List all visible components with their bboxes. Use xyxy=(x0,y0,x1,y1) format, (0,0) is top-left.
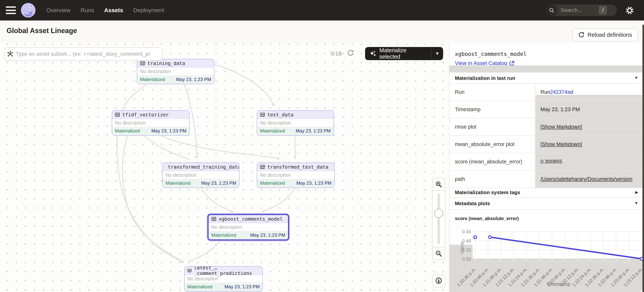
nav-item-overview[interactable]: Overview xyxy=(46,7,70,14)
asset-node-latest_…_comment_predictions[interactable]: latest_…_comment_predictionsNo descripti… xyxy=(184,266,263,291)
materialized-timestamp: May 23, 1:23 PM xyxy=(152,128,186,134)
asset-node-header: latest_…_comment_predictions xyxy=(185,267,262,275)
top-nav-bar: OverviewRunsAssetsDeployment / xyxy=(0,0,644,21)
section-materialization-last-run[interactable]: Materialization in last run ▼ xyxy=(450,73,644,84)
selected-asset-name: xgboost_comments_model xyxy=(455,51,526,57)
asset-node-header: training_data xyxy=(137,59,214,68)
zoom-slider-track[interactable] xyxy=(437,194,440,244)
reload-definitions-button[interactable]: Reload definitions xyxy=(572,28,638,41)
materialized-status: Materialized xyxy=(260,180,285,186)
metadata-label: Timestamp xyxy=(450,101,536,118)
edge-xgboost_comments_model-to-latest_…_comment_predictions xyxy=(189,239,222,261)
horizontal-scrollbar-track[interactable] xyxy=(536,95,644,101)
chart-point xyxy=(474,236,477,239)
zoom-slider-handle[interactable] xyxy=(434,209,443,218)
asset-node-tfidf_vectorizer[interactable]: tfidf_vectorizerNo descriptionMaterializ… xyxy=(112,110,190,136)
asset-node-name: training_data xyxy=(148,61,185,66)
nav-item-deployment[interactable]: Deployment xyxy=(133,7,164,14)
search-input[interactable] xyxy=(560,7,598,14)
graph-zoom-control xyxy=(432,178,445,260)
asset-node-description: No description xyxy=(257,119,334,127)
metadata-label: Run xyxy=(450,84,536,101)
chevron-right-icon: ▶ xyxy=(635,190,638,194)
asset-node-training_data[interactable]: training_dataNo descriptionMaterializedM… xyxy=(137,59,214,84)
edge-transformed_training_data-to-xgboost_comments_model xyxy=(201,187,233,212)
asset-subset-input[interactable] xyxy=(15,51,162,57)
materialize-label: Materialize selected xyxy=(379,47,426,60)
section-metadata-plots[interactable]: Metadata plots ▼ xyxy=(450,198,644,209)
materialize-dropdown-caret[interactable]: ▼ xyxy=(431,51,443,56)
asset-node-name: xgboost_comments_model xyxy=(219,216,282,222)
materialized-timestamp: May 23, 1:23 PM xyxy=(250,232,285,238)
edge-test_data-to-transformed_test_data xyxy=(295,136,295,158)
section-system-tags[interactable]: Materialization system tags ▶ xyxy=(450,187,644,198)
materialized-status: Materialized xyxy=(211,232,236,238)
asset-details-panel: xgboost_comments_model View in Asset Cat… xyxy=(450,43,644,292)
window-edge-scrollbar[interactable] xyxy=(642,25,644,292)
zoom-in-button[interactable] xyxy=(432,178,445,191)
y-tick-label: 0.45 xyxy=(462,229,471,234)
asset-node-transformed_test_data[interactable]: transformed_test_dataNo descriptionMater… xyxy=(257,162,335,188)
edge-tfidf_vectorizer-to-transformed_test_data xyxy=(161,136,280,159)
download-graph-button[interactable] xyxy=(432,274,445,287)
refresh-timer: 0:18 xyxy=(331,51,342,57)
metadata-row-mean-absolute-error-plot: mean_absolute_error plot[Show Markdown] xyxy=(450,136,644,153)
zoom-out-button[interactable] xyxy=(432,247,445,260)
path-link[interactable]: /Users/odetteharary/Documents/version xyxy=(540,176,632,182)
asset-node-xgboost_comments_model[interactable]: xgboost_comments_modelNo descriptionMate… xyxy=(208,214,289,240)
asset-node-name: tfidf_vectorizer xyxy=(122,112,169,118)
divider xyxy=(450,209,644,210)
materialized-timestamp: May 23, 1:23 PM xyxy=(296,128,331,134)
hamburger-menu-icon[interactable] xyxy=(6,7,16,14)
asset-node-status-bar: MaterializedMay 23, 1:23 PM xyxy=(163,179,239,187)
asset-node-header: transformed_training_data xyxy=(163,163,239,171)
asset-node-description: No description xyxy=(163,171,239,179)
asset-node-description: No description xyxy=(137,68,214,75)
horizontal-scrollbar-track[interactable] xyxy=(450,65,644,73)
table-icon xyxy=(187,268,192,273)
asset-node-test_data[interactable]: test_dataNo descriptionMaterializedMay 2… xyxy=(257,110,334,136)
metadata-label: path xyxy=(450,171,536,188)
edge-tfidf_vectorizer-to-latest_…_comment_predictions xyxy=(122,136,182,261)
metadata-row-rmse-plot: rmse plot[Show Markdown] xyxy=(450,118,644,136)
table-icon xyxy=(260,112,265,117)
global-search[interactable]: / xyxy=(546,5,617,16)
search-shortcut-badge: / xyxy=(599,6,607,15)
zoom-slider[interactable] xyxy=(432,191,445,247)
sparkles-icon xyxy=(369,50,377,58)
x-axis-label: Timestamp xyxy=(547,281,570,287)
metadata-row-Run: RunRun 242374ad xyxy=(450,84,644,101)
materialized-status: Materialized xyxy=(187,284,212,289)
metadata-value: /Users/odetteharary/Documents/version xyxy=(536,171,644,188)
refresh-icon[interactable] xyxy=(347,49,354,58)
nav-item-assets[interactable]: Assets xyxy=(104,7,123,14)
page-title: Global Asset Lineage xyxy=(6,27,77,35)
run-id-link[interactable]: 242374ad xyxy=(550,89,573,95)
edge-transformed_test_data-to-xgboost_comments_model xyxy=(262,187,295,212)
chart-line xyxy=(490,237,642,259)
asset-lineage-graph[interactable]: training_dataNo descriptionMaterializedM… xyxy=(0,43,449,292)
dagster-logo[interactable] xyxy=(21,3,36,18)
show-markdown-link[interactable]: [Show Markdown] xyxy=(540,141,582,147)
materialized-status: Materialized xyxy=(115,128,140,134)
nav-item-runs[interactable]: Runs xyxy=(80,7,94,14)
asset-subset-filter[interactable] xyxy=(4,47,162,61)
dagster-app: OverviewRunsAssetsDeployment / Global As… xyxy=(0,0,644,292)
metadata-row-path: path/Users/odetteharary/Documents/versio… xyxy=(450,171,644,188)
asset-node-header: transformed_test_data xyxy=(257,163,334,171)
table-icon xyxy=(115,112,120,117)
settings-gear-icon[interactable] xyxy=(626,6,634,16)
refresh-icon xyxy=(578,32,585,38)
asset-node-transformed_training_data[interactable]: transformed_training_dataNo descriptionM… xyxy=(162,162,240,188)
y-tick-label: 0.30 xyxy=(462,256,471,262)
search-icon xyxy=(546,5,558,16)
show-markdown-link[interactable]: [Show Markdown] xyxy=(540,124,582,130)
asset-node-header: xgboost_comments_model xyxy=(208,215,288,223)
run-prefix: Run xyxy=(540,89,550,95)
asset-node-status-bar: MaterializedMay 23, 1:23 PM xyxy=(137,75,214,84)
metadata-label: mean_absolute_error plot xyxy=(450,136,536,153)
materialize-selected-button[interactable]: Materialize selected ▼ xyxy=(365,47,443,60)
table-icon xyxy=(260,164,265,169)
asset-node-status-bar: MaterializedMay 23, 1:23 PM xyxy=(208,231,288,239)
metadata-plot: 0.450.400.350.301:20:36 p.m.1:20:48 p.m.… xyxy=(450,221,644,292)
